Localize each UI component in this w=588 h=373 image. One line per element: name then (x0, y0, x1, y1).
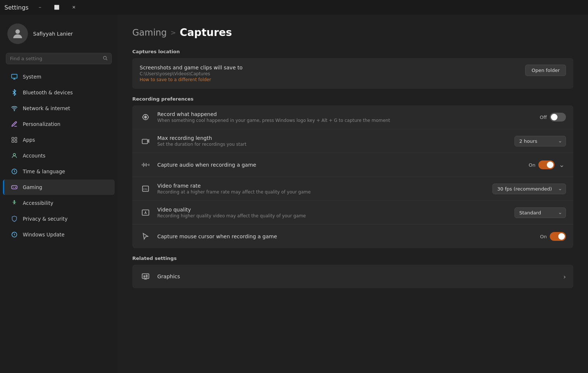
svg-point-11 (13, 153, 15, 156)
record-what-happened-desc: When something cool happened in your gam… (157, 118, 534, 123)
video-quality-dropdown-wrap: Standard High (514, 207, 566, 218)
sidebar-item-privacy[interactable]: Privacy & security (3, 211, 115, 227)
sidebar: Safiyyah Lanier System (0, 15, 118, 373)
user-profile: Safiyyah Lanier (0, 15, 118, 51)
record-icon (140, 111, 151, 123)
titlebar-title: Settings (4, 4, 29, 11)
sidebar-item-accessibility[interactable]: Accessibility (3, 195, 115, 211)
record-toggle-label: Off (540, 115, 547, 120)
frame-rate-dropdown-wrap: 30 fps (recommended) 60 fps (492, 184, 566, 194)
svg-point-21 (144, 116, 147, 118)
capture-audio-row: Capture audio when recording a game On ⌄ (132, 153, 573, 177)
svg-rect-22 (142, 139, 148, 144)
svg-rect-7 (12, 137, 14, 139)
location-link[interactable]: How to save to a different folder (140, 77, 243, 82)
record-what-happened-text: Record what happened When something cool… (157, 111, 534, 123)
video-quality-dropdown[interactable]: Standard High (514, 207, 566, 218)
capture-mouse-text: Capture mouse cursor when recording a ga… (157, 233, 534, 239)
update-icon (10, 231, 18, 239)
sidebar-item-apps-label: Apps (23, 137, 35, 143)
video-quality-desc: Recording higher quality video may affec… (157, 213, 509, 218)
max-recording-length-text: Max recording length Set the duration fo… (157, 135, 509, 147)
capture-mouse-toggle-label: On (540, 234, 547, 239)
search-box[interactable] (6, 53, 112, 64)
max-recording-length-control: 30 minutes 1 hour 2 hours 4 hours (514, 136, 566, 146)
sidebar-item-apps[interactable]: Apps (3, 132, 115, 148)
breadcrumb-current: Captures (180, 26, 232, 39)
record-what-happened-control: Off (540, 113, 566, 122)
breadcrumb-parent[interactable]: Gaming (132, 28, 167, 38)
related-settings-card: Graphics › (132, 265, 573, 288)
sidebar-item-personalization-label: Personalization (23, 121, 60, 127)
frame-rate-dropdown[interactable]: 30 fps (recommended) 60 fps (492, 184, 566, 194)
graphics-row[interactable]: Graphics › (132, 265, 573, 288)
camera-icon (140, 135, 151, 147)
capture-audio-expand-btn[interactable]: ⌄ (557, 161, 566, 169)
recording-preferences-card: Record what happened When something cool… (132, 105, 573, 248)
capture-audio-toggle[interactable] (538, 160, 555, 169)
svg-point-18 (14, 200, 15, 201)
maximize-button[interactable]: ⬜ (49, 1, 65, 13)
search-input[interactable] (10, 56, 100, 61)
sidebar-item-accounts[interactable]: Accounts (3, 148, 115, 163)
max-recording-length-title: Max recording length (157, 135, 509, 141)
sidebar-item-time-label: Time & language (23, 169, 65, 174)
sidebar-item-gaming[interactable]: Gaming (3, 180, 115, 195)
sidebar-item-network-label: Network & internet (23, 105, 70, 111)
sidebar-item-time[interactable]: Time & language (3, 164, 115, 179)
capture-mouse-title: Capture mouse cursor when recording a ga… (157, 233, 534, 239)
nav-list: System Bluetooth & devices (0, 69, 118, 243)
svg-line-2 (106, 59, 107, 60)
capture-mouse-row: Capture mouse cursor when recording a ga… (132, 225, 573, 248)
app-body: Safiyyah Lanier System (0, 15, 588, 373)
user-avatar-icon (11, 27, 24, 40)
minimize-button[interactable]: − (32, 1, 49, 13)
open-folder-button[interactable]: Open folder (525, 65, 566, 76)
personalization-icon (10, 120, 18, 128)
record-what-happened-title: Record what happened (157, 111, 534, 117)
captures-location-title: Captures location (132, 49, 573, 54)
audio-icon (140, 159, 151, 171)
svg-rect-3 (12, 74, 17, 78)
accounts-icon (10, 152, 18, 160)
max-recording-length-desc: Set the duration for recordings you star… (157, 142, 509, 147)
titlebar: Settings − ⬜ ✕ (0, 0, 588, 15)
location-main-text: Screenshots and game clips will save to (140, 65, 243, 70)
svg-rect-9 (12, 141, 14, 142)
recording-length-dropdown[interactable]: 30 minutes 1 hour 2 hours 4 hours (514, 136, 566, 146)
apps-icon (10, 136, 18, 144)
main-content: Gaming > Captures Captures location Scre… (118, 15, 588, 373)
sidebar-item-network[interactable]: Network & internet (3, 101, 115, 116)
capture-mouse-toggle[interactable] (550, 232, 566, 241)
video-quality-row: Video quality Recording higher quality v… (132, 201, 573, 225)
bluetooth-icon (10, 88, 18, 97)
titlebar-controls: − ⬜ ✕ (32, 1, 82, 13)
capture-audio-control: On ⌄ (529, 160, 566, 169)
svg-point-6 (14, 110, 15, 111)
sidebar-item-system[interactable]: System (3, 69, 115, 84)
svg-rect-8 (15, 137, 17, 139)
sidebar-item-privacy-label: Privacy & security (23, 216, 68, 222)
graphics-label: Graphics (157, 274, 180, 279)
recording-length-dropdown-wrap: 30 minutes 1 hour 2 hours 4 hours (514, 136, 566, 146)
svg-rect-32 (142, 274, 149, 279)
captures-location-card: Screenshots and game clips will save to … (132, 58, 573, 89)
svg-point-1 (103, 56, 106, 59)
accessibility-icon (10, 199, 18, 207)
svg-point-16 (15, 187, 15, 187)
breadcrumb-separator: > (171, 29, 176, 36)
record-toggle[interactable] (550, 113, 566, 122)
sidebar-item-bluetooth[interactable]: Bluetooth & devices (3, 85, 115, 100)
capture-audio-toggle-label: On (529, 162, 535, 168)
search-icon[interactable] (103, 55, 108, 62)
sidebar-item-gaming-label: Gaming (23, 184, 42, 190)
sidebar-item-personalization[interactable]: Personalization (3, 116, 115, 132)
svg-rect-13 (12, 186, 17, 189)
sidebar-item-accessibility-label: Accessibility (23, 200, 53, 206)
sidebar-item-bluetooth-label: Bluetooth & devices (23, 90, 73, 95)
close-button[interactable]: ✕ (65, 1, 82, 13)
sidebar-item-update[interactable]: Windows Update (3, 227, 115, 242)
capture-audio-title: Capture audio when recording a game (157, 162, 523, 168)
mouse-icon (140, 231, 151, 242)
capture-mouse-control: On (540, 232, 566, 241)
